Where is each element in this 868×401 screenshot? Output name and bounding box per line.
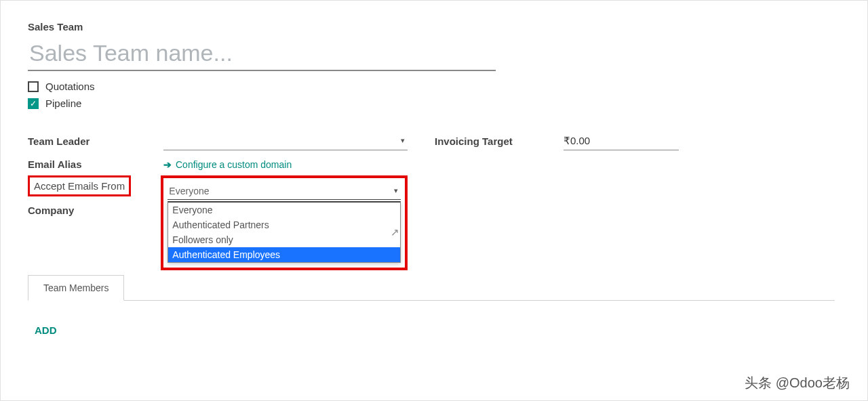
pipeline-checkbox[interactable]: ✓ bbox=[28, 98, 39, 109]
external-link-icon[interactable]: ↗ bbox=[391, 226, 399, 238]
quotations-row: Quotations bbox=[28, 81, 840, 92]
accept-emails-selected-value: Everyone bbox=[169, 186, 209, 196]
accept-emails-label-wrap: Accept Emails From bbox=[28, 175, 161, 196]
quotations-checkbox[interactable] bbox=[28, 81, 39, 92]
accept-emails-row: Accept Emails From Everyone ▾ Everyone A… bbox=[28, 175, 408, 270]
accept-emails-dropdown-highlight: Everyone ▾ Everyone Authenticated Partne… bbox=[161, 175, 408, 270]
dropdown-option-everyone[interactable]: Everyone bbox=[168, 203, 400, 217]
title-input-wrap bbox=[28, 39, 496, 71]
pipeline-label: Pipeline bbox=[45, 98, 81, 109]
chevron-down-icon: ▾ bbox=[401, 136, 405, 145]
email-alias-row: Email Alias ➔ Configure a custom domain bbox=[28, 152, 408, 175]
arrow-right-icon: ➔ bbox=[163, 159, 172, 170]
sales-team-name-input[interactable] bbox=[28, 39, 496, 67]
invoicing-target-row: Invoicing Target ₹0.00 bbox=[435, 129, 840, 152]
company-label: Company bbox=[28, 205, 163, 216]
add-button[interactable]: ADD bbox=[35, 324, 57, 336]
accept-emails-from-label: Accept Emails From bbox=[28, 175, 131, 196]
sales-team-form: Sales Team Quotations ✓ Pipeline Team Le… bbox=[0, 0, 868, 401]
invoicing-target-label: Invoicing Target bbox=[435, 135, 564, 147]
tab-bar: Team Members bbox=[28, 274, 835, 301]
tab-team-members[interactable]: Team Members bbox=[28, 275, 124, 301]
dropdown-option-authenticated-employees[interactable]: Authenticated Employees bbox=[168, 247, 400, 262]
email-alias-label: Email Alias bbox=[28, 159, 163, 170]
accept-emails-dropdown-list: Everyone Authenticated Partners Follower… bbox=[167, 201, 401, 263]
team-leader-select[interactable]: ▾ bbox=[163, 131, 408, 150]
watermark-text: 头条 @Odoo老杨 bbox=[745, 374, 850, 392]
team-leader-row: Team Leader ▾ bbox=[28, 129, 408, 152]
accept-emails-select[interactable]: Everyone ▾ bbox=[167, 182, 401, 200]
chevron-down-icon: ▾ bbox=[394, 186, 398, 195]
email-alias-control: ➔ Configure a custom domain bbox=[163, 159, 408, 170]
dropdown-option-followers-only[interactable]: Followers only bbox=[168, 232, 400, 247]
title-label: Sales Team bbox=[28, 21, 840, 33]
configure-domain-link[interactable]: ➔ Configure a custom domain bbox=[163, 159, 292, 170]
team-leader-label: Team Leader bbox=[28, 135, 163, 147]
dropdown-option-authenticated-partners[interactable]: Authenticated Partners bbox=[168, 217, 400, 232]
right-column: Invoicing Target ₹0.00 bbox=[435, 129, 840, 221]
invoicing-target-input[interactable]: ₹0.00 bbox=[564, 131, 679, 150]
configure-domain-text: Configure a custom domain bbox=[176, 159, 292, 170]
left-column: Team Leader ▾ Email Alias ➔ Configure a … bbox=[28, 129, 408, 221]
pipeline-row: ✓ Pipeline bbox=[28, 98, 840, 109]
quotations-label: Quotations bbox=[45, 81, 95, 92]
form-columns: Team Leader ▾ Email Alias ➔ Configure a … bbox=[28, 129, 840, 221]
